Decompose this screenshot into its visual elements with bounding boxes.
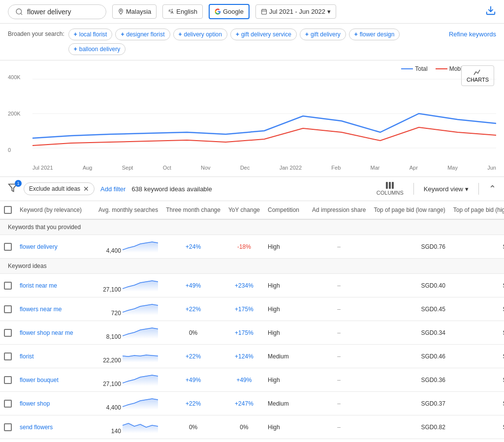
header-ad-impression[interactable]: Ad impression share: [308, 201, 370, 219]
language-button[interactable]: English: [162, 4, 203, 19]
row-avg-monthly: 8,100: [94, 321, 162, 345]
header-keyword[interactable]: Keyword (by relevance): [16, 201, 94, 219]
row-low-bid: SGD0.34: [370, 321, 449, 345]
date-range-label: Jul 2021 - Jun 2022: [269, 8, 325, 15]
row-checkbox[interactable]: [4, 353, 12, 360]
row-checkbox[interactable]: [4, 282, 12, 290]
low-bid-value: SGD0.46: [421, 353, 445, 360]
row-keyword[interactable]: same day flower delivery: [16, 439, 94, 442]
row-checkbox[interactable]: [4, 243, 12, 251]
google-icon: [215, 8, 221, 15]
keyword-view-button[interactable]: Keyword view ▾: [424, 185, 469, 193]
row-checkbox-cell: [0, 274, 16, 297]
row-yoy: +124%: [224, 345, 264, 368]
row-yoy: +175%: [224, 321, 264, 345]
table-header-row: Keyword (by relevance) Avg. monthly sear…: [0, 201, 504, 219]
x-label-may: May: [447, 165, 458, 171]
row-yoy: +234%: [224, 274, 264, 297]
row-checkbox[interactable]: [4, 329, 12, 337]
row-keyword[interactable]: flowers near me: [16, 297, 94, 321]
select-all-checkbox[interactable]: [4, 206, 12, 214]
tag-gift-delivery-service[interactable]: + gift delivery service: [230, 29, 297, 40]
row-competition: High: [264, 415, 308, 439]
ad-impression-value: –: [337, 377, 341, 383]
tag-local-florist[interactable]: + local florist: [68, 29, 113, 40]
date-chevron-icon: ▾: [327, 8, 331, 15]
row-ad-impression: –: [308, 439, 370, 442]
ad-impression-value: –: [337, 424, 341, 431]
row-checkbox[interactable]: [4, 305, 12, 313]
language-label: English: [176, 8, 197, 15]
competition-value: Medium: [268, 353, 289, 360]
keyword-link[interactable]: flower bouquet: [20, 377, 59, 383]
tag-flower-design[interactable]: + flower design: [349, 29, 400, 40]
legend-blue-line: [401, 68, 413, 69]
tag-balloon-delivery[interactable]: + balloon delivery: [68, 43, 126, 55]
filter-icon[interactable]: 1: [8, 183, 18, 195]
search-box[interactable]: [8, 4, 106, 19]
header-three-month[interactable]: Three month change: [162, 201, 224, 219]
search-input[interactable]: [27, 8, 96, 16]
date-range-button[interactable]: Jul 2021 - Jun 2022 ▾: [255, 4, 336, 19]
row-keyword[interactable]: flower shop: [16, 392, 94, 415]
row-three-month: +24%: [162, 235, 224, 259]
keyword-link[interactable]: flower shop near me: [20, 329, 73, 336]
tag-designer-florist[interactable]: + designer florist: [115, 29, 170, 40]
row-yoy: -18%: [224, 235, 264, 259]
exclude-close-icon[interactable]: ✕: [83, 185, 89, 193]
keyword-link[interactable]: flowers near me: [20, 306, 62, 313]
keyword-link[interactable]: send flowers: [20, 424, 53, 431]
chart-legend: Total Mobile: [8, 65, 496, 74]
avg-value: 4,400: [106, 247, 121, 254]
three-month-value: +22%: [186, 306, 201, 313]
avg-value: 27,100: [103, 286, 121, 293]
row-checkbox[interactable]: [4, 423, 12, 431]
row-high-bid: SGD3.09: [449, 439, 504, 442]
columns-button[interactable]: COLUMNS: [377, 182, 404, 196]
header-low-bid[interactable]: Top of page bid (low range): [370, 201, 449, 219]
keyword-link[interactable]: flower shop: [20, 400, 50, 407]
low-bid-value: SGD0.40: [421, 282, 445, 289]
row-high-bid: SGD1.03: [449, 321, 504, 345]
row-checkbox[interactable]: [4, 376, 12, 384]
table-row: flowers near me 720 +22% +175% High – SG…: [0, 297, 504, 321]
download-button[interactable]: [485, 5, 496, 18]
competition-value: High: [268, 377, 280, 383]
tag-gift-delivery[interactable]: + gift delivery: [300, 29, 346, 40]
row-keyword[interactable]: flower bouquet: [16, 368, 94, 392]
row-keyword[interactable]: send flowers: [16, 415, 94, 439]
row-keyword[interactable]: flower shop near me: [16, 321, 94, 345]
refine-keywords-button[interactable]: Refine keywords: [449, 29, 496, 38]
keyword-link[interactable]: flower delivery: [20, 243, 58, 250]
filter-badge: 1: [15, 180, 22, 187]
avg-value: 4,400: [106, 404, 121, 411]
header-avg-monthly[interactable]: Avg. monthly searches: [94, 201, 162, 219]
svg-point-2: [120, 10, 122, 12]
platform-button[interactable]: Google: [209, 4, 250, 19]
keyword-link[interactable]: florist: [20, 353, 34, 360]
add-filter-button[interactable]: Add filter: [100, 185, 126, 193]
row-keyword[interactable]: florist: [16, 345, 94, 368]
header-yoy[interactable]: YoY change: [224, 201, 264, 219]
broaden-section: Broaden your search: + local florist + d…: [0, 24, 504, 60]
location-button[interactable]: Malaysia: [112, 4, 157, 19]
header-high-bid[interactable]: Top of page bid (high range): [449, 201, 504, 219]
translate-icon: [168, 8, 174, 15]
row-competition: High: [264, 235, 308, 259]
row-checkbox[interactable]: [4, 400, 12, 408]
tag-delivery-option[interactable]: + delivery option: [173, 29, 227, 40]
row-ad-impression: –: [308, 368, 370, 392]
header-competition[interactable]: Competition: [264, 201, 308, 219]
exclude-adult-button[interactable]: Exclude adult ideas ✕: [24, 182, 94, 195]
keyword-link[interactable]: florist near me: [20, 282, 57, 289]
low-bid-value: SGD0.37: [421, 400, 445, 407]
x-label-oct: Oct: [163, 165, 171, 171]
collapse-button[interactable]: ⌃: [489, 183, 496, 194]
row-keyword[interactable]: florist near me: [16, 274, 94, 297]
header-checkbox[interactable]: [0, 201, 16, 219]
row-avg-monthly: 22,200: [94, 345, 162, 368]
row-ad-impression: –: [308, 321, 370, 345]
row-keyword[interactable]: flower delivery: [16, 235, 94, 259]
x-label-jun: Jun: [487, 165, 496, 171]
yoy-value: +124%: [235, 353, 253, 360]
